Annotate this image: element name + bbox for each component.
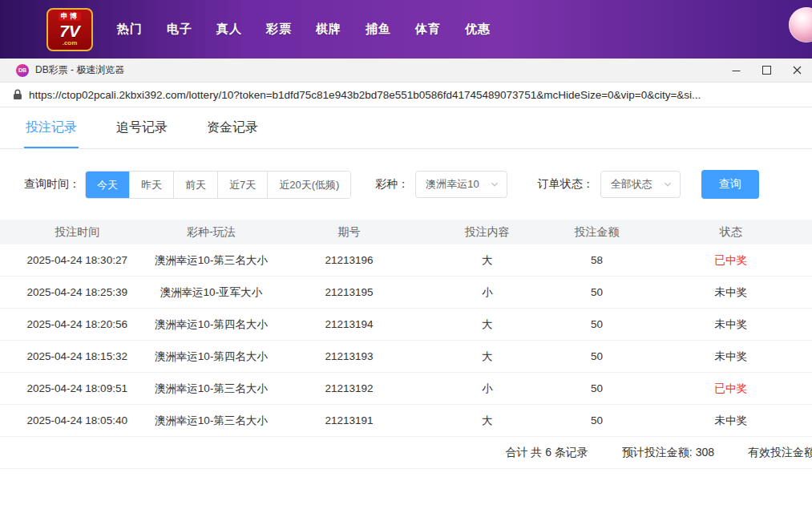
maximize-button[interactable]: [751, 59, 782, 82]
table-header-game-play: 彩种-玩法: [154, 225, 268, 240]
cell-bet-content: 大: [430, 349, 544, 364]
table-header-row: 投注时间彩种-玩法期号投注内容投注金额状态: [0, 220, 812, 244]
cell-bet-amount: 50: [544, 350, 650, 362]
cell-bet-time: 2025-04-24 18:15:32: [0, 350, 154, 362]
cell-game-play: 澳洲幸运10-亚军大小: [154, 285, 268, 300]
nav-item-sports[interactable]: 体育: [415, 22, 441, 37]
top-navbar: 申博 7V .com 热门电子真人彩票棋牌捕鱼体育优惠: [0, 0, 812, 59]
cell-issue-number: 21213192: [268, 382, 430, 394]
table-row: 2025-04-24 18:20:56澳洲幸运10-第四名大小21213194大…: [0, 309, 812, 341]
query-button[interactable]: 查询: [701, 170, 759, 199]
cell-status: 已中奖: [649, 253, 812, 268]
close-button[interactable]: [782, 59, 812, 82]
nav-item-chess[interactable]: 棋牌: [316, 22, 341, 37]
status-select-label: 订单状态：: [538, 177, 594, 192]
nav-item-fishing[interactable]: 捕鱼: [366, 22, 391, 37]
browser-urlbar[interactable]: https://ctop02pcali.2kbxi392.com/lottery…: [0, 83, 812, 107]
cell-issue-number: 21213191: [268, 414, 430, 426]
lottery-records-page: 投注记录追号记录资金记录 查询时间： 今天昨天前天近7天近20天(低频) 彩种：…: [0, 107, 812, 509]
lottery-select[interactable]: 澳洲幸运10: [415, 171, 507, 198]
brand-logo-main-text: 7V: [59, 22, 80, 39]
cell-status: 未中奖: [649, 317, 812, 332]
cell-bet-content: 小: [430, 285, 544, 300]
table-row: 2025-04-24 18:30:27澳洲幸运10-第三名大小21213196大…: [0, 244, 812, 277]
cell-game-play: 澳洲幸运10-第四名大小: [154, 349, 268, 364]
main-nav: 热门电子真人彩票棋牌捕鱼体育优惠: [117, 22, 491, 37]
cell-status: 未中奖: [649, 414, 812, 428]
table-header-issue-number: 期号: [268, 225, 430, 240]
nav-item-live[interactable]: 真人: [216, 22, 242, 37]
url-text[interactable]: https://ctop02pcali.2kbxi392.com/lottery…: [29, 89, 701, 101]
cell-issue-number: 21213195: [268, 286, 430, 298]
cell-bet-amount: 50: [544, 414, 650, 426]
cell-issue-number: 21213193: [268, 350, 430, 362]
brand-logo-sub-text: .com: [63, 40, 78, 46]
cell-bet-time: 2025-04-24 18:25:39: [0, 286, 154, 298]
table-header-bet-amount: 投注金额: [544, 225, 650, 240]
bet-records-table: 投注时间彩种-玩法期号投注内容投注金额状态 2025-04-24 18:30:2…: [0, 220, 812, 469]
order-status-select[interactable]: 全部状态: [600, 171, 681, 198]
nav-item-hot[interactable]: 热门: [117, 22, 143, 37]
lottery-select-value: 澳洲幸运10: [426, 177, 479, 192]
cell-bet-content: 大: [430, 414, 544, 428]
filter-bar: 查询时间： 今天昨天前天近7天近20天(低频) 彩种： 澳洲幸运10 订单状态：…: [0, 149, 812, 220]
lottery-select-label: 彩种：: [375, 177, 409, 192]
window-controls: [721, 59, 812, 82]
cell-game-play: 澳洲幸运10-第三名大小: [154, 414, 268, 428]
user-avatar[interactable]: [789, 7, 812, 42]
cell-bet-content: 大: [430, 317, 544, 332]
table-row: 2025-04-24 18:25:39澳洲幸运10-亚军大小21213195小5…: [0, 277, 812, 309]
total-records-text: 合计 共 6 条记录: [505, 446, 588, 460]
order-status-select-value: 全部状态: [611, 177, 652, 192]
table-row: 2025-04-24 18:15:32澳洲幸运10-第四名大小21213193大…: [0, 341, 812, 373]
cell-bet-amount: 50: [544, 286, 650, 298]
time-filter-yesterday[interactable]: 昨天: [129, 172, 173, 198]
time-filter-day-before-yesterday[interactable]: 前天: [173, 172, 217, 198]
cell-bet-amount: 58: [544, 254, 650, 266]
screen: 申博 7V .com 热门电子真人彩票棋牌捕鱼体育优惠 DB DB彩票 - 极速…: [0, 0, 812, 509]
time-filter-today[interactable]: 今天: [86, 172, 129, 198]
cell-bet-time: 2025-04-24 18:30:27: [0, 254, 154, 266]
chevron-down-icon: [491, 180, 499, 188]
cell-bet-content: 大: [430, 253, 544, 268]
site-favicon-icon: DB: [16, 64, 29, 77]
table-header-bet-content: 投注内容: [430, 225, 544, 240]
table-summary-row: 合计 共 6 条记录 预计投注金额: 308 有效投注金额: [0, 437, 812, 469]
minimize-button[interactable]: [721, 59, 751, 82]
lock-icon: [13, 89, 22, 100]
cell-game-play: 澳洲幸运10-第四名大小: [154, 317, 268, 332]
cell-game-play: 澳洲幸运10-第三名大小: [154, 382, 268, 396]
time-filter-group: 今天昨天前天近7天近20天(低频): [85, 171, 351, 199]
tab-bet-records[interactable]: 投注记录: [24, 107, 79, 148]
close-icon: [793, 66, 802, 75]
time-filter-last-20-days-low-freq[interactable]: 近20天(低频): [267, 172, 350, 198]
tab-chase-records[interactable]: 追号记录: [115, 107, 169, 148]
window-title: DB彩票 - 极速浏览器: [35, 63, 124, 77]
tab-fund-records[interactable]: 资金记录: [205, 107, 260, 148]
cell-bet-content: 小: [430, 382, 544, 396]
table-header-bet-time: 投注时间: [0, 225, 154, 240]
cell-issue-number: 21213194: [268, 318, 430, 330]
chevron-down-icon: [664, 180, 672, 188]
nav-item-promotions[interactable]: 优惠: [465, 22, 491, 37]
valid-amount-text: 有效投注金额: [748, 446, 812, 460]
cell-status: 未中奖: [649, 349, 812, 364]
brand-logo-top-text: 申博: [59, 12, 81, 21]
nav-item-lottery[interactable]: 彩票: [266, 22, 292, 37]
time-filter-last-7-days[interactable]: 近7天: [217, 172, 267, 198]
cell-bet-time: 2025-04-24 18:09:51: [0, 382, 154, 394]
browser-titlebar[interactable]: DB DB彩票 - 极速浏览器: [0, 59, 812, 83]
brand-logo[interactable]: 申博 7V .com: [46, 8, 93, 51]
cell-bet-time: 2025-04-24 18:20:56: [0, 318, 154, 330]
cell-bet-amount: 50: [544, 382, 650, 394]
record-tabs: 投注记录追号记录资金记录: [0, 107, 812, 149]
cell-issue-number: 21213196: [268, 254, 430, 266]
table-body: 2025-04-24 18:30:27澳洲幸运10-第三名大小21213196大…: [0, 244, 812, 437]
table-row: 2025-04-24 18:05:40澳洲幸运10-第三名大小21213191大…: [0, 405, 812, 437]
minimize-icon: [732, 66, 741, 75]
table-header-status: 状态: [649, 225, 812, 240]
cell-bet-time: 2025-04-24 18:05:40: [0, 414, 154, 426]
expected-amount-text: 预计投注金额: 308: [622, 446, 714, 460]
cell-status: 已中奖: [649, 382, 812, 396]
nav-item-slots[interactable]: 电子: [167, 22, 192, 37]
